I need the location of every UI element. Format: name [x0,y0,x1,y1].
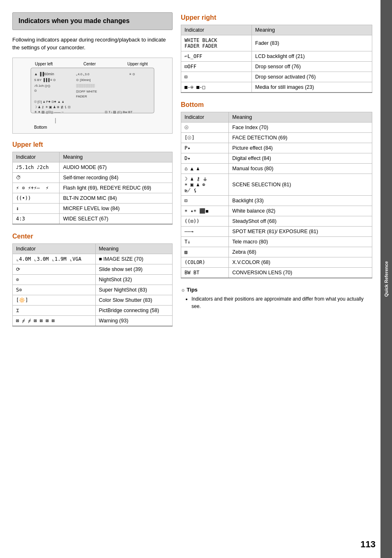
svg-text:▲  ▐▐60min: ▲ ▐▐60min [34,72,54,76]
meaning-cell: Face Index (70) [229,123,372,133]
meaning-cell: Media for still images (23) [252,82,372,93]
svg-text:⊡ T↓ ▨ (C) Bw BT: ⊡ T↓ ▨ (C) Bw BT [105,110,132,114]
indicator-cell: ☀ ✦☀ ⬛◼ [181,206,229,216]
indicator-cell: ⏱ [13,172,60,183]
meaning-cell: Drop sensor activated (76) [252,72,372,82]
upper-right-heading: Upper right [181,14,372,21]
table-row: ⦾Face Index (70) [181,123,372,133]
b-col-indicator: Indicator [181,112,229,123]
table-row: [⦾]FACE DETECTION (69) [181,133,372,143]
meaning-cell: Drop sensor off (76) [252,62,372,72]
meaning-cell: Color Slow Shutter (83) [95,295,172,305]
indicator-cell: BW BT [181,268,229,278]
center-heading: Center [12,233,173,240]
indicator-cell: WHITE BLACK FADER FADER [181,35,252,51]
indicator-cell: ♪5.1ch ♪2ch [13,162,60,172]
page-number: 113 [360,539,376,550]
right-column: Upper right Indicator Meaning WHITE BLAC… [181,12,372,546]
tips-list: Indicators and their positions are appro… [181,295,372,310]
ul-col-meaning: Meaning [60,152,173,162]
table-row: ⚡ ⊙ ⚡+⚡– ⚡Flash light (69), REDEYE REDUC… [13,183,173,193]
table-row: ↕MICREF LEVEL low (84) [13,203,173,213]
indicator-cell: ⌂ ▲ ♟ [181,164,229,174]
meaning-cell: Manual focus (80) [229,164,372,174]
table-row: ⊡Drop sensor activated (76) [181,72,372,82]
c-col-indicator: Indicator [13,243,96,254]
svg-text:≡  ⊙: ≡ ⊙ [129,72,135,76]
meaning-cell: Backlight (33) [229,196,372,206]
indicator-cell: ⌶ [13,305,96,315]
svg-text:♪5.1ch ((•)): ♪5.1ch ((•)) [34,84,51,88]
b-col-meaning: Meaning [229,112,372,123]
table-row: ☀ ✦☀ ⬛◼White balance (82) [181,206,372,216]
indicator-cell: ■-⊖ ■-□ [181,82,252,93]
svg-text:Bottom: Bottom [34,125,47,130]
table-row: ⊠ ⌿ ⌿ ⊠ ⊠ ⊠ ⊠Warning (93) [13,315,173,326]
table-row: ⊡Backlight (33) [181,196,372,206]
meaning-cell: MICREF LEVEL low (84) [60,203,173,213]
table-row: ⊡OFFDrop sensor off (76) [181,62,372,72]
meaning-cell: AUDIO MODE (67) [60,162,173,172]
table-row: ⌞4.0M ⌞3.0M ⌞1.9M ⌞VGA■ IMAGE SIZE (70) [13,254,173,264]
meaning-cell: ■ IMAGE SIZE (70) [95,254,172,264]
table-row: ⌶PictBridge connecting (58) [13,305,173,315]
indicator-cell: ⊠ ⌿ ⌿ ⊠ ⊠ ⊠ ⊠ [13,315,96,326]
bottom-table: Indicator Meaning ⦾Face Index (70)[⦾]FAC… [181,112,372,278]
table-row: [🔆]Color Slow Shutter (83) [13,295,173,305]
indicator-cell: ⌐L̲OFF [181,51,252,62]
table-row: ((⊡))SteadyShot off (68) [181,216,372,227]
page-title: Indicators when you made changes [18,17,166,25]
meaning-cell: NightShot (32) [95,274,172,285]
meaning-cell: BLT-IN ZOOM MIC (84) [60,193,173,203]
table-row: P✦Picture effect (84) [181,143,372,153]
table-row: ⊙NightShot (32) [13,274,173,285]
indicator-cell: ⦾ [181,123,229,133]
meaning-cell: Zebra (68) [229,247,372,257]
meaning-cell: Picture effect (84) [229,143,372,153]
table-row: (COLOR)X.V.COLOR (68) [181,257,372,268]
tip-item: Indicators and their positions are appro… [191,295,372,310]
svg-text:░░░░░░░░: ░░░░░░░░ [76,84,95,88]
table-row: ⌂ ▲ ♟Manual focus (80) [181,164,372,174]
meaning-cell: SPOT METER (81)/ EXPOSURE (81) [229,227,372,237]
indicator-cell: ⟳ [13,264,96,274]
camera-diagram: Upper left Center Upper right ▲ ▐▐60min … [12,58,173,134]
meaning-cell: Slide show set (39) [95,264,172,274]
svg-text:Upper left: Upper left [35,62,53,66]
meaning-cell: LCD backlight off (21) [252,51,372,62]
svg-text:S BY  ▐▐▐ ≡ ⊙: S BY ▐▐▐ ≡ ⊙ [34,78,56,82]
table-row: BW BTCONVERSION LENS (70) [181,268,372,278]
center-section: Center Indicator Meaning ⌞4.0M ⌞3.0M ⌞1.… [12,233,173,326]
indicator-cell: ((•)) [13,193,60,203]
meaning-cell: Warning (93) [95,315,172,326]
bottom-section: Bottom Indicator Meaning ⦾Face Index (70… [181,101,372,278]
meaning-cell: Digital effect (84) [229,153,372,164]
table-row: ((•))BLT-IN ZOOM MIC (84) [13,193,173,203]
meaning-cell: White balance (82) [229,206,372,216]
indicator-cell: (COLOR) [181,257,229,268]
svg-text:Upper right: Upper right [127,62,148,66]
main-content: Indicators when you made changes Followi… [0,0,380,558]
indicator-cell: ⚡ ⊙ ⚡+⚡– ⚡ [13,183,60,193]
indicator-cell: ↕ [13,203,60,213]
indicator-cell: 4:3 [13,213,60,224]
ur-col-meaning: Meaning [252,25,372,35]
tips-section: Tips Indicators and their positions are … [181,287,372,310]
meaning-cell: FACE DETECTION (69) [229,133,372,143]
indicator-cell: ⊙ [13,274,96,285]
side-tab-label: Quick Reference [384,261,389,297]
meaning-cell: Flash light (69), REDEYE REDUC (69) [60,183,173,193]
meaning-cell: Tele macro (80) [229,237,372,247]
indicator-cell: T↓ [181,237,229,247]
svg-text:⊡OFF  WHITE: ⊡OFF WHITE [76,90,97,93]
meaning-cell: SCENE SELECTION (81) [229,174,372,196]
table-row: ▨Zebra (68) [181,247,372,257]
svg-text:☽ ♟ ⚷ ☀ ▣ ♟ ⊕ ⋭ ⚸ ⊡: ☽ ♟ ⚷ ☀ ▣ ♟ ⊕ ⋭ ⚸ ⊡ [34,105,71,109]
upper-right-section: Upper right Indicator Meaning WHITE BLAC… [181,14,372,93]
indicator-cell: P✦ [181,143,229,153]
bottom-heading: Bottom [181,101,372,109]
meaning-cell: X.V.COLOR (68) [229,257,372,268]
meaning-cell: SteadyShot off (68) [229,216,372,227]
svg-text:☀ ✦ ▨ ((⊡)) ——→: ☀ ✦ ▨ ((⊡)) ——→ [34,110,64,114]
table-row: WHITE BLACK FADER FADERFader (83) [181,35,372,51]
